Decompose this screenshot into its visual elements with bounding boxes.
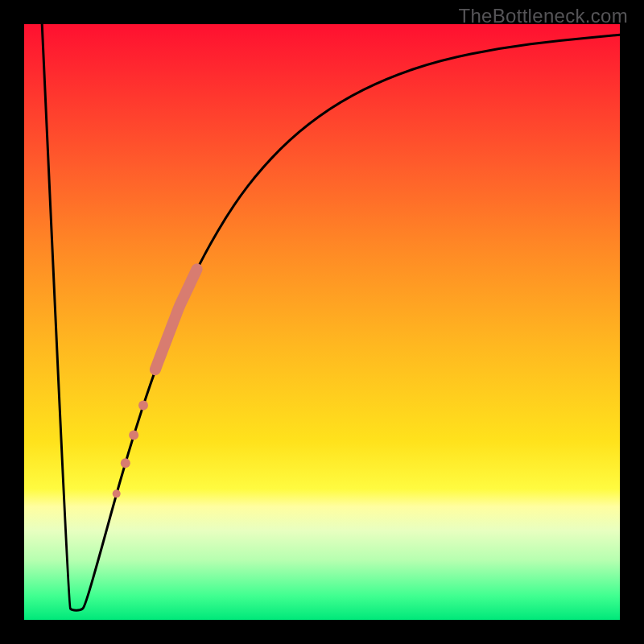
- chart-frame: TheBottleneck.com: [0, 0, 644, 644]
- highlight-marker: [129, 431, 138, 440]
- chart-plot-area: [24, 24, 620, 620]
- bottleneck-curve-svg: [24, 24, 620, 620]
- highlight-marker: [121, 458, 130, 468]
- bottleneck-curve-path: [42, 24, 620, 610]
- highlight-marker: [138, 401, 148, 411]
- watermark-label: TheBottleneck.com: [458, 5, 628, 27]
- highlight-segment: [155, 269, 197, 369]
- highlight-marker: [113, 489, 121, 497]
